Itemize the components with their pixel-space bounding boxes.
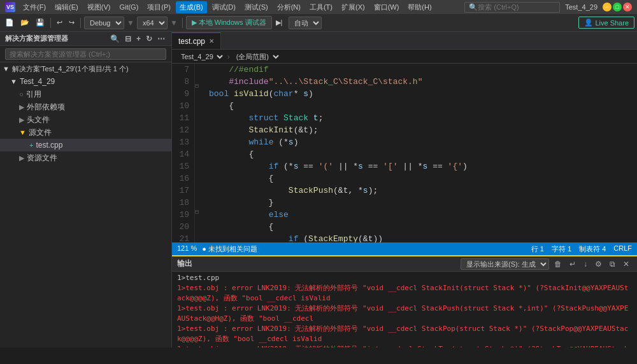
- maximize-button[interactable]: □: [613, 3, 622, 11]
- run-debugger-btn[interactable]: ▶ 本地 Windows 调试器: [186, 16, 272, 29]
- breadcrumb-sep-1: ›: [227, 53, 230, 60]
- new-file-btn[interactable]: 📄: [3, 17, 17, 28]
- extern-icon: ▶: [19, 103, 24, 111]
- minimize-button[interactable]: −: [603, 3, 612, 11]
- code-line-11: struct Stack t;: [209, 112, 637, 124]
- tree-resources[interactable]: ▶ 资源文件: [0, 151, 171, 164]
- save-btn[interactable]: 💾: [33, 17, 47, 28]
- output-controls: 🗑 ↵ ↓ ⚙: [552, 258, 605, 270]
- menu-help[interactable]: 帮助(H): [404, 1, 435, 13]
- output-source-select[interactable]: 显示输出来源(S): 生成: [461, 258, 549, 270]
- platform-select[interactable]: x64: [137, 17, 168, 29]
- properties-icon[interactable]: ⋯: [156, 33, 166, 45]
- menu-analyze[interactable]: 分析(N): [273, 1, 304, 13]
- new-file-icon[interactable]: +: [135, 33, 142, 45]
- output-close-btn[interactable]: ✕: [620, 258, 632, 270]
- auto-select[interactable]: 自动: [289, 17, 322, 29]
- menu-tools[interactable]: 工具(T): [306, 1, 336, 13]
- editor-output-container: 7 8 9 10 11 12 13 14 15 16 17 18 19 20: [172, 64, 637, 347]
- search-box[interactable]: 🔍: [464, 2, 560, 13]
- debug-config-select[interactable]: Debug: [84, 17, 124, 29]
- menu-edit[interactable]: 编辑(E): [51, 1, 82, 13]
- output-wrap-btn[interactable]: ↵: [567, 258, 578, 270]
- tree-references[interactable]: ○ 引用: [0, 88, 171, 101]
- run-icon: ▶: [192, 18, 197, 27]
- test-cpp-label: test.cpp: [36, 141, 62, 150]
- output-content[interactable]: 1>test.cpp 1>test.obj : error LNK2019: 无…: [172, 272, 637, 347]
- output-clear-btn[interactable]: 🗑: [552, 258, 564, 270]
- status-line[interactable]: 行 1: [531, 244, 544, 254]
- sidebar-title: 解决方案资源管理器: [5, 34, 68, 43]
- status-encoding[interactable]: CRLF: [613, 244, 632, 254]
- menu-extensions[interactable]: 扩展(X): [338, 1, 369, 13]
- project-label: Test_4_29: [20, 77, 55, 86]
- status-errors[interactable]: ● 未找到相关问题: [202, 244, 257, 254]
- output-line-3: 1>test.obj : error LNK2019: 无法解析的外部符号 "v…: [177, 324, 632, 344]
- sidebar-search-input[interactable]: [5, 48, 166, 60]
- menu-git[interactable]: Git(G): [115, 2, 142, 12]
- filter-icon[interactable]: ⊟: [124, 33, 132, 45]
- breadcrumb-bar: Test_4_29 › (全局范围): [172, 50, 637, 64]
- menu-window[interactable]: 窗口(W): [370, 1, 403, 13]
- tab-close-icon[interactable]: ✕: [209, 38, 214, 45]
- live-share-btn[interactable]: 👤 Live Share: [578, 17, 634, 29]
- code-line-14: {: [209, 148, 637, 160]
- headers-label: 头文件: [27, 115, 50, 125]
- right-area: test.cpp ✕ Test_4_29 › (全局范围) 7 8: [172, 32, 637, 347]
- output-line-1: 1>test.obj : error LNK2019: 无法解析的外部符号 "v…: [177, 283, 632, 304]
- code-line-9: bool isValid(char* s): [209, 88, 637, 100]
- tree-headers[interactable]: ▶ 头文件: [0, 113, 171, 126]
- code-lines[interactable]: //#endif #include"..\..\Stack_C\Stack_C\…: [204, 64, 637, 242]
- output-line-2: 1>test.obj : error LNK2019: 无法解析的外部符号 "v…: [177, 304, 632, 324]
- tree-sources[interactable]: ▼ 源文件: [0, 126, 171, 139]
- title-bar-right: 🔍 Test_4_29 − □ ✕: [464, 2, 632, 13]
- tab-label: test.cpp: [178, 37, 205, 46]
- live-share-icon: 👤: [584, 18, 593, 27]
- menu-view[interactable]: 视图(V): [83, 1, 115, 13]
- headers-icon: ▶: [19, 116, 24, 124]
- status-bar: 121 % ● 未找到相关问题 行 1 字符 1 制表符 4 CRLF: [172, 242, 637, 255]
- code-line-20: {: [209, 221, 637, 233]
- menu-project[interactable]: 项目(P): [143, 1, 175, 13]
- code-line-21: if (StackEmpty(&t)): [209, 233, 637, 242]
- code-line-8: #include"..\..\Stack_C\Stack_C\stack.h": [209, 76, 637, 88]
- tab-test-cpp[interactable]: test.cpp ✕: [172, 32, 221, 49]
- status-col[interactable]: 字符 1: [552, 244, 571, 254]
- breadcrumb-scope[interactable]: (全局范围): [233, 52, 281, 62]
- menu-debug[interactable]: 调试(D): [208, 1, 240, 13]
- breadcrumb-project[interactable]: Test_4_29: [177, 52, 225, 62]
- extern-deps-label: 外部依赖项: [27, 102, 65, 113]
- collapse-24[interactable]: ⊟: [195, 206, 204, 218]
- code-line-12: StackInit(&t);: [209, 124, 637, 136]
- toolbar-sep-1: [50, 18, 51, 28]
- output-scroll-btn[interactable]: ↓: [581, 258, 590, 270]
- toolbar-sep-3: [182, 18, 183, 28]
- open-btn[interactable]: 📂: [18, 17, 32, 28]
- collapse-9[interactable]: ⊟: [195, 80, 204, 92]
- redo-btn[interactable]: ↪: [66, 17, 77, 28]
- tree-solution[interactable]: ▼ 解决方案'Test_4_29'(1个项目/共 1 个): [0, 62, 171, 75]
- close-button[interactable]: ✕: [623, 3, 632, 11]
- code-line-15: if (*s == '(' || *s == '[' || *s == '{'): [209, 160, 637, 172]
- line-numbers: 7 8 9 10 11 12 13 14 15 16 17 18 19 20: [172, 64, 195, 242]
- sidebar-header: 解决方案资源管理器 🔍 ⊟ + ↻ ⋯: [0, 32, 171, 46]
- title-bar: VS 文件(F) 编辑(E) 视图(V) Git(G) 项目(P) 生成(B) …: [0, 0, 637, 14]
- output-settings-btn[interactable]: ⚙: [592, 258, 605, 270]
- search-input[interactable]: [478, 3, 548, 11]
- status-tab[interactable]: 制表符 4: [579, 244, 606, 254]
- search-icon[interactable]: 🔍: [109, 33, 121, 45]
- menu-build[interactable]: 生成(B): [176, 1, 207, 13]
- tree-test-cpp[interactable]: + test.cpp: [0, 139, 171, 151]
- undo-btn[interactable]: ↩: [54, 17, 65, 28]
- window-title: Test_4_29: [565, 3, 598, 11]
- attach-btn[interactable]: ▶|: [273, 17, 285, 28]
- status-zoom[interactable]: 121 %: [177, 244, 197, 254]
- refresh-icon[interactable]: ↻: [145, 33, 154, 45]
- code-content[interactable]: 7 8 9 10 11 12 13 14 15 16 17 18 19 20: [172, 64, 637, 242]
- tree-project[interactable]: ▼ Test_4_29: [0, 75, 171, 88]
- output-float-btn[interactable]: ⧉: [607, 258, 618, 270]
- menu-test[interactable]: 测试(S): [241, 1, 272, 13]
- tree-extern-deps[interactable]: ▶ 外部依赖项: [0, 101, 171, 113]
- code-line-19: else: [209, 209, 637, 221]
- menu-file[interactable]: 文件(F): [19, 1, 50, 13]
